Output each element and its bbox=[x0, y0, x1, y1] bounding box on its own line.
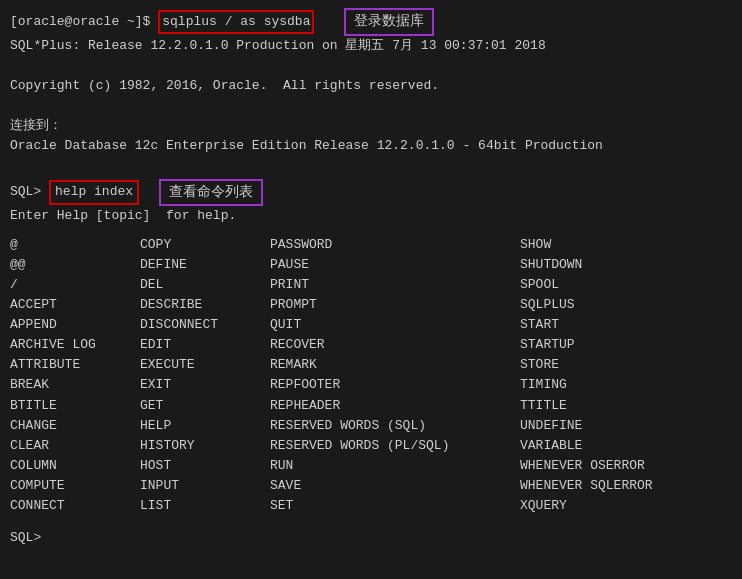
table-cell: SAVE bbox=[270, 476, 520, 496]
table-cell: START bbox=[520, 315, 700, 335]
table-cell: STORE bbox=[520, 355, 700, 375]
table-cell: PROMPT bbox=[270, 295, 520, 315]
login-annotation: 登录数据库 bbox=[344, 8, 434, 36]
table-cell: DESCRIBE bbox=[140, 295, 270, 315]
table-cell: WHENEVER OSERROR bbox=[520, 456, 700, 476]
table-cell: / bbox=[10, 275, 140, 295]
connected-label: 连接到： bbox=[10, 116, 732, 136]
blank2 bbox=[10, 96, 732, 116]
table-cell: @ bbox=[10, 235, 140, 255]
table-cell: ARCHIVE LOG bbox=[10, 335, 140, 355]
table-cell: SQLPLUS bbox=[520, 295, 700, 315]
table-cell: XQUERY bbox=[520, 496, 700, 516]
table-cell: DEL bbox=[140, 275, 270, 295]
table-cell: INPUT bbox=[140, 476, 270, 496]
table-cell: TTITLE bbox=[520, 396, 700, 416]
table-cell: PAUSE bbox=[270, 255, 520, 275]
table-cell: REPFOOTER bbox=[270, 375, 520, 395]
table-cell: EDIT bbox=[140, 335, 270, 355]
blank3 bbox=[10, 157, 732, 177]
enter-help: Enter Help [topic] for help. bbox=[10, 206, 732, 226]
table-cell: VARIABLE bbox=[520, 436, 700, 456]
table-cell: CLEAR bbox=[10, 436, 140, 456]
table-cell: TIMING bbox=[520, 375, 700, 395]
table-cell: WHENEVER SQLERROR bbox=[520, 476, 700, 496]
blank1 bbox=[10, 56, 732, 76]
table-cell: CONNECT bbox=[10, 496, 140, 516]
table-cell: CHANGE bbox=[10, 416, 140, 436]
final-sql-prompt: SQL> bbox=[10, 530, 41, 545]
table-cell: DISCONNECT bbox=[140, 315, 270, 335]
table-cell: DEFINE bbox=[140, 255, 270, 275]
sqlplus-version: SQL*Plus: Release 12.2.0.1.0 Production … bbox=[10, 36, 732, 56]
table-cell: UNDEFINE bbox=[520, 416, 700, 436]
table-cell: COLUMN bbox=[10, 456, 140, 476]
table-cell: REMARK bbox=[270, 355, 520, 375]
table-cell: RUN bbox=[270, 456, 520, 476]
table-cell: RESERVED WORDS (PL/SQL) bbox=[270, 436, 520, 456]
table-cell: LIST bbox=[140, 496, 270, 516]
help-prompt-line: SQL> help index 查看命令列表 bbox=[10, 179, 732, 207]
login-prompt-line: [oracle@oracle ~]$ sqlplus / as sysdba 登… bbox=[10, 8, 732, 36]
help-command: help index bbox=[49, 180, 139, 204]
sql-prompt: SQL> bbox=[10, 182, 41, 202]
table-cell: REPHEADER bbox=[270, 396, 520, 416]
table-cell: EXIT bbox=[140, 375, 270, 395]
table-cell: BREAK bbox=[10, 375, 140, 395]
table-cell: RESERVED WORDS (SQL) bbox=[270, 416, 520, 436]
table-cell: QUIT bbox=[270, 315, 520, 335]
table-cell: COPY bbox=[140, 235, 270, 255]
table-cell: STARTUP bbox=[520, 335, 700, 355]
table-cell: PASSWORD bbox=[270, 235, 520, 255]
db-version: Oracle Database 12c Enterprise Edition R… bbox=[10, 136, 732, 156]
table-cell: APPEND bbox=[10, 315, 140, 335]
table-cell: SET bbox=[270, 496, 520, 516]
command-table: @COPYPASSWORDSHOW@@DEFINEPAUSESHUTDOWN/D… bbox=[10, 235, 732, 517]
table-cell: SPOOL bbox=[520, 275, 700, 295]
prompt-prefix: [oracle@oracle ~]$ bbox=[10, 12, 158, 32]
table-cell: HELP bbox=[140, 416, 270, 436]
table-cell: GET bbox=[140, 396, 270, 416]
help-annotation: 查看命令列表 bbox=[159, 179, 263, 207]
table-cell: BTITLE bbox=[10, 396, 140, 416]
terminal: [oracle@oracle ~]$ sqlplus / as sysdba 登… bbox=[10, 8, 732, 571]
table-cell: ATTRIBUTE bbox=[10, 355, 140, 375]
table-cell: COMPUTE bbox=[10, 476, 140, 496]
space bbox=[41, 182, 49, 202]
table-cell: RECOVER bbox=[270, 335, 520, 355]
table-cell: HOST bbox=[140, 456, 270, 476]
table-cell: @@ bbox=[10, 255, 140, 275]
table-cell: EXECUTE bbox=[140, 355, 270, 375]
table-cell: SHOW bbox=[520, 235, 700, 255]
final-prompt-line: SQL> bbox=[10, 528, 732, 548]
table-cell: HISTORY bbox=[140, 436, 270, 456]
table-cell: PRINT bbox=[270, 275, 520, 295]
table-cell: ACCEPT bbox=[10, 295, 140, 315]
login-command: sqlplus / as sysdba bbox=[158, 10, 314, 34]
table-cell: SHUTDOWN bbox=[520, 255, 700, 275]
copyright: Copyright (c) 1982, 2016, Oracle. All ri… bbox=[10, 76, 732, 96]
